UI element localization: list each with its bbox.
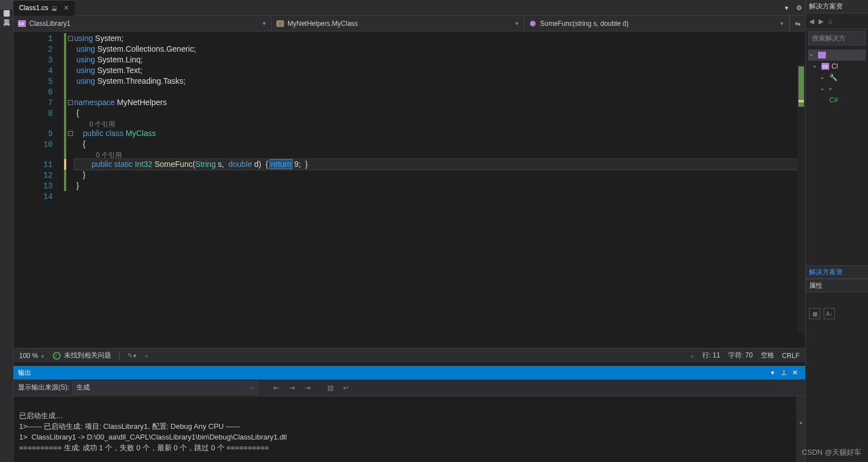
- panel-dropdown-icon[interactable]: ▾: [767, 367, 778, 378]
- svg-rect-4: [818, 52, 826, 58]
- chevron-down-icon: ▼: [511, 21, 519, 26]
- nav-swap-button[interactable]: ⇋: [789, 16, 805, 31]
- output-indent-left-icon[interactable]: ⇤: [270, 382, 282, 394]
- line-number: 1: [13, 33, 64, 44]
- document-tab-class1[interactable]: Class1.cs ⬓ ✕: [13, 0, 75, 16]
- tabs-dropdown-icon[interactable]: ▾: [780, 3, 793, 13]
- codelens-refs[interactable]: 0 个引用: [96, 151, 122, 159]
- expand-icon[interactable]: ▾: [814, 64, 819, 69]
- line-number: 9: [13, 128, 64, 139]
- home-icon[interactable]: ⌂: [828, 17, 832, 25]
- svg-point-3: [530, 21, 536, 26]
- scroll-left-icon[interactable]: ◂: [144, 352, 148, 360]
- line-number: 14: [13, 191, 64, 202]
- output-clear-icon[interactable]: ▤: [324, 382, 336, 394]
- solution-explorer-panel: 解决方案资 ◀ ▶ ⌂ 搜索解决方 ▾ ▾ C# Cl ▸🔧 ▸▫ C# 解决方…: [805, 0, 868, 462]
- project-node[interactable]: ▾ C# Cl: [808, 61, 866, 72]
- svg-text:C#: C#: [19, 22, 24, 26]
- solution-node[interactable]: ▾: [808, 49, 866, 61]
- brush-icon[interactable]: ✎▾: [127, 352, 136, 360]
- output-title-text: 输出: [18, 368, 31, 378]
- output-indent-right2-icon[interactable]: ⇥: [301, 382, 314, 394]
- fold-toggle[interactable]: −: [68, 131, 73, 136]
- method-icon: [529, 20, 537, 27]
- zoom-level[interactable]: 100 %▼: [19, 352, 45, 360]
- expand-icon[interactable]: ▾: [810, 53, 816, 58]
- code-editor[interactable]: 1 2 3 4 5 6 7 8 9 10 11 12 13 14 − − −: [13, 31, 805, 348]
- nav-project-text: ClassLibrary1: [29, 20, 70, 28]
- line-number: 10: [13, 139, 64, 150]
- alphabetize-icon[interactable]: A↓: [824, 308, 835, 319]
- line-number: 3: [13, 55, 64, 65]
- pin-icon[interactable]: ⬓: [52, 5, 57, 11]
- properties-toolbar: ▦ A↓: [806, 306, 868, 321]
- tree-item[interactable]: C#: [808, 94, 866, 106]
- output-source-select[interactable]: 生成: [72, 381, 258, 394]
- fold-toggle[interactable]: −: [68, 100, 73, 105]
- output-indent-right-icon[interactable]: ⇥: [286, 382, 298, 394]
- code-content[interactable]: using System; using System.Collections.G…: [74, 31, 805, 348]
- references-icon: ▫: [829, 85, 832, 93]
- fold-toggle[interactable]: −: [68, 36, 73, 41]
- line-number: 13: [13, 180, 64, 191]
- solution-tree[interactable]: ▾ ▾ C# Cl ▸🔧 ▸▫ C#: [806, 47, 868, 108]
- settings-gear-icon[interactable]: ⚙: [793, 3, 805, 13]
- fold-margin: − − −: [66, 31, 74, 348]
- document-tab-row: Class1.cs ⬓ ✕ ▾ ⚙: [13, 0, 805, 16]
- line-number: 5: [13, 76, 64, 87]
- overview-ruler[interactable]: [797, 63, 805, 333]
- scroll-right-icon[interactable]: ▸: [691, 352, 695, 360]
- solution-explorer-toolbar: ◀ ▶ ⌂: [806, 13, 868, 29]
- line-number: 6: [13, 87, 64, 97]
- nav-project-dropdown[interactable]: C# ClassLibrary1 ▼: [13, 16, 272, 31]
- solution-explorer-title[interactable]: 解决方案资: [806, 0, 868, 13]
- categorize-icon[interactable]: ▦: [809, 308, 820, 319]
- panel-close-icon[interactable]: ✕: [789, 367, 801, 378]
- svg-text:C#: C#: [823, 65, 828, 69]
- csharp-project-icon: C#: [821, 63, 829, 70]
- status-line[interactable]: 行: 11: [702, 351, 720, 360]
- csharp-project-icon: C#: [18, 20, 26, 27]
- output-panel: 输出 ▾ ⊥ ✕ 显示输出来源(S): 生成 ⇤ ⇥ ⇥ ▤ ↩ 已启动生成… …: [13, 366, 805, 462]
- line-number: 8: [13, 108, 64, 119]
- editor-status-bar: 100 %▼ ✓ 未找到相关问题 ✎▾ ◂ ▸ 行: 11 字符: 70 空格 …: [13, 348, 805, 363]
- nav-class-dropdown[interactable]: MyNetHelpers.MyClass ▼: [272, 16, 524, 31]
- left-tab-toolbox[interactable]: 工具箱: [0, 10, 13, 19]
- tree-item[interactable]: ▸▫: [808, 83, 866, 94]
- issues-indicator[interactable]: ✓ 未找到相关问题: [53, 351, 111, 360]
- status-insert[interactable]: 空格: [761, 351, 774, 360]
- solution-search-input[interactable]: 搜索解决方: [808, 31, 866, 46]
- output-scrollbar[interactable]: ▴: [796, 396, 805, 462]
- svg-rect-2: [277, 21, 284, 26]
- left-tool-column: 服务器资源管理器 工具箱: [0, 0, 13, 462]
- properties-title[interactable]: 属性: [806, 279, 868, 292]
- tree-item[interactable]: ▸🔧: [808, 72, 866, 83]
- check-circle-icon: ✓: [53, 352, 61, 360]
- solution-explorer-section[interactable]: 解决方案资: [806, 265, 868, 279]
- line-number: 12: [13, 170, 64, 180]
- tab-filename: Class1.cs: [19, 4, 48, 12]
- status-char[interactable]: 字符: 70: [728, 351, 753, 360]
- scroll-up-icon[interactable]: ▴: [796, 418, 805, 427]
- chevron-down-icon: ▼: [776, 21, 784, 26]
- codelens-refs[interactable]: 0 个引用: [89, 120, 115, 128]
- nav-back-icon[interactable]: ◀: [809, 17, 814, 25]
- output-wrap-icon[interactable]: ↩: [340, 382, 352, 394]
- left-tab-server-explorer[interactable]: 服务器资源管理器: [0, 0, 13, 10]
- line-number-gutter: 1 2 3 4 5 6 7 8 9 10 11 12 13 14: [13, 31, 64, 348]
- status-eol[interactable]: CRLF: [782, 352, 800, 360]
- nav-member-dropdown[interactable]: SomeFunc(string s, double d) ▼: [524, 16, 789, 31]
- output-text[interactable]: 已启动生成… 1>------ 已启动生成: 项目: ClassLibrary1…: [13, 396, 805, 462]
- output-titlebar[interactable]: 输出 ▾ ⊥ ✕: [13, 366, 805, 379]
- navigation-bar: C# ClassLibrary1 ▼ MyNetHelpers.MyClass …: [13, 16, 805, 31]
- tab-close-icon[interactable]: ✕: [63, 4, 69, 12]
- editor-area: Class1.cs ⬓ ✕ ▾ ⚙ C# ClassLibrary1 ▼ MyN…: [13, 0, 805, 363]
- panel-pin-icon[interactable]: ⊥: [778, 367, 789, 378]
- nav-fwd-icon[interactable]: ▶: [819, 17, 824, 25]
- line-number: 7: [13, 97, 64, 108]
- csharp-file-icon: C#: [829, 96, 838, 104]
- line-number: 4: [13, 65, 64, 76]
- line-number: 11: [13, 159, 64, 170]
- nav-class-text: MyNetHelpers.MyClass: [287, 20, 358, 28]
- wrench-icon: 🔧: [829, 74, 838, 81]
